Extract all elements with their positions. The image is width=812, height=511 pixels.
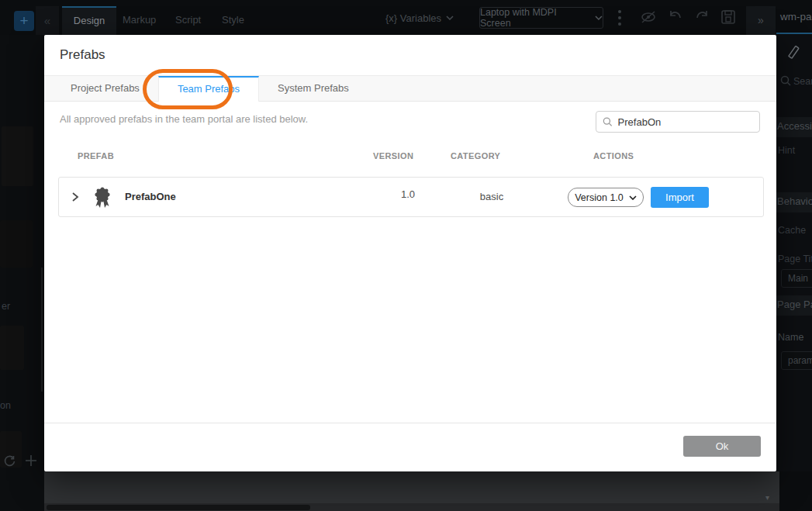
properties-panel: Sear Accessib Hint Behavior Cache Page T…	[776, 35, 812, 471]
section-page-param[interactable]: Page Pa	[777, 299, 812, 310]
page-name-accent-underline	[776, 33, 812, 34]
prefab-search-input[interactable]	[618, 116, 753, 128]
sidebar-scrollbar[interactable]	[41, 268, 43, 392]
tab-markup[interactable]: Markup	[123, 6, 156, 35]
expand-chevron-icon[interactable]	[70, 191, 81, 203]
expand-panel-chevrons-icon[interactable]: »	[746, 6, 776, 35]
variables-dropdown[interactable]: {x} Variables	[385, 7, 454, 29]
variables-label: {x} Variables	[385, 12, 441, 24]
edit-pencil-icon[interactable]	[786, 44, 801, 63]
import-button[interactable]: Import	[651, 187, 709, 208]
prefab-table-row: PrefabOne 1.0 basic Version 1.0 Import	[58, 177, 764, 217]
column-header-prefab: PREFAB	[78, 151, 114, 161]
version-select-value: Version 1.0	[575, 192, 624, 203]
prefab-category: basic	[468, 191, 515, 202]
prefab-name: PrefabOne	[125, 191, 176, 202]
collapse-sidebar-icon[interactable]: «	[36, 6, 59, 35]
page-title-input[interactable]: Main	[781, 269, 812, 288]
prefab-search-box	[596, 111, 760, 133]
tab-style[interactable]: Style	[222, 6, 244, 35]
section-accessibility[interactable]: Accessib	[777, 120, 812, 132]
canvas-scrollbar-handle[interactable]	[47, 505, 310, 510]
prefab-badge-icon	[93, 187, 112, 209]
footer-divider	[44, 423, 776, 423]
add-page-button[interactable]: +	[14, 11, 34, 31]
name-label: Name	[778, 332, 803, 343]
panel-search-input[interactable]: Sear	[793, 76, 812, 87]
prefab-version: 1.0	[385, 188, 431, 200]
sidebar-label-fragment: on	[0, 400, 11, 411]
more-options-kebab-icon[interactable]	[616, 10, 624, 26]
sidebar-thumbnail[interactable]	[2, 126, 33, 186]
canvas-resize-triangle-icon: ▾	[765, 493, 769, 502]
tab-design[interactable]: Design	[62, 6, 116, 35]
column-header-version: VERSION	[373, 151, 413, 161]
column-header-actions: ACTIONS	[593, 151, 634, 161]
preview-eye-off-icon[interactable]	[639, 9, 658, 26]
dialog-description: All approved prefabs in the team portal …	[60, 113, 308, 125]
design-canvas: ▾	[44, 471, 779, 511]
undo-icon[interactable]	[667, 9, 684, 26]
dialog-title: Prefabs	[60, 47, 105, 63]
cache-label: Cache	[778, 225, 806, 236]
device-selector-label: Laptop with MDPI Screen	[480, 7, 589, 29]
hint-label: Hint	[778, 145, 795, 156]
chevron-down-icon	[446, 16, 454, 20]
chevron-down-icon	[629, 195, 637, 200]
plus-icon[interactable]	[24, 454, 38, 468]
page-title-label: Page Title	[778, 254, 812, 264]
sidebar-label-fragment: er	[2, 301, 10, 312]
param-name-input[interactable]: param	[781, 351, 812, 370]
current-page-name: wm-pag	[780, 11, 812, 22]
chevron-down-icon	[595, 16, 603, 20]
save-icon[interactable]	[720, 9, 737, 26]
sidebar-thumbnail[interactable]	[0, 326, 24, 370]
ok-button[interactable]: Ok	[683, 436, 761, 457]
section-behavior[interactable]: Behavior	[777, 195, 812, 207]
tab-system-prefabs[interactable]: System Prefabs	[259, 76, 368, 101]
search-icon	[780, 75, 791, 86]
top-toolbar: + « Design Markup Script Style {x} Varia…	[0, 0, 812, 35]
sidebar-thumbnail[interactable]	[0, 220, 33, 268]
sidebar-footer-actions	[3, 454, 38, 468]
version-select[interactable]: Version 1.0	[568, 188, 644, 207]
panel-lower-sliver	[779, 471, 812, 511]
device-selector[interactable]: Laptop with MDPI Screen	[479, 7, 603, 29]
app-root: + « Design Markup Script Style {x} Varia…	[0, 0, 812, 511]
redo-icon[interactable]	[693, 9, 710, 26]
refresh-icon[interactable]	[3, 454, 16, 468]
annotation-highlight-ellipse	[143, 69, 233, 109]
search-icon	[603, 116, 613, 127]
toolbar-actions	[639, 9, 737, 26]
column-header-category: CATEGORY	[451, 151, 500, 161]
tab-script[interactable]: Script	[175, 6, 201, 35]
